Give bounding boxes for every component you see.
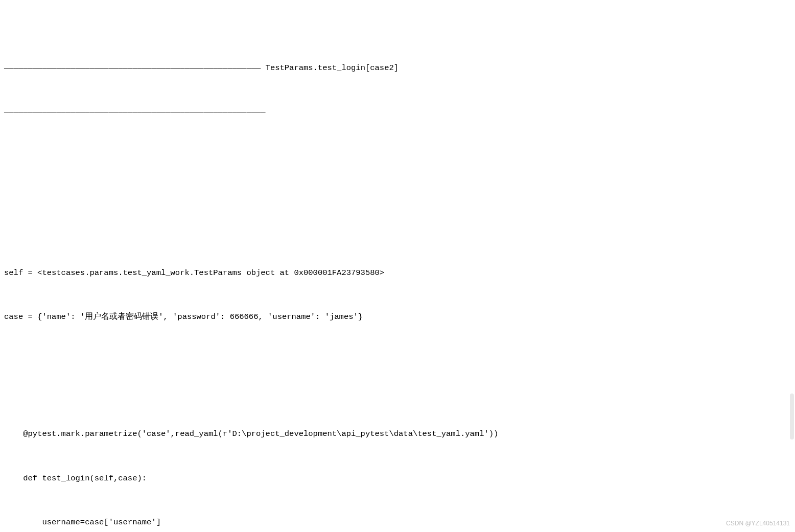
watermark: CSDN @YZL40514131 (726, 518, 790, 529)
self-repr: self = <testcases.params.test_yaml_work.… (4, 266, 791, 281)
code-line: def test_login(self,case): (4, 471, 791, 486)
code-line: username=case['username'] (4, 515, 791, 530)
blank-line (4, 193, 791, 207)
case-repr: case = {'name': '用户名或者密码错误', 'password':… (4, 310, 791, 325)
blank-line (4, 149, 791, 164)
dash-bottom: ――――――――――――――――――――――――――――――――――――――――… (4, 105, 791, 120)
blank-line (4, 354, 791, 368)
section-header: ――――――――――――――――――――――――――――――――――――――――… (4, 61, 791, 76)
section-title: TestParams.test_login[case2] (261, 63, 403, 73)
scrollbar[interactable] (790, 394, 794, 440)
terminal-output: ――――――――――――――――――――――――――――――――――――――――… (0, 0, 795, 532)
code-line: @pytest.mark.parametrize('case',read_yam… (4, 427, 791, 442)
dash-left: ――――――――――――――――――――――――――――――――――――――――… (4, 63, 261, 73)
